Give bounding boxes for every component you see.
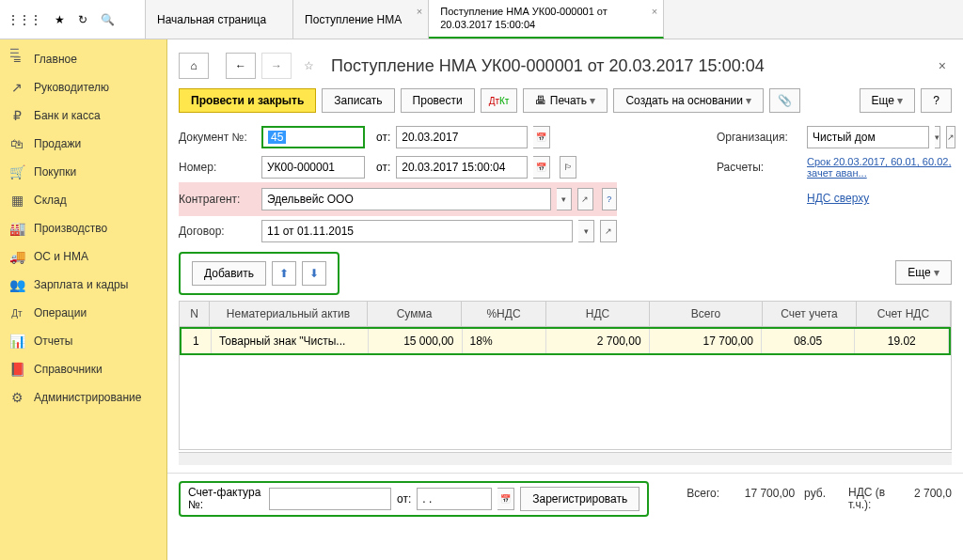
open-icon[interactable]: ↗ <box>600 220 617 242</box>
cell-sum: 15 000,00 <box>369 329 463 353</box>
sidebar-item-purchases[interactable]: 🛒Покупки <box>0 158 166 186</box>
dropdown-icon[interactable]: ▾ <box>557 188 572 210</box>
number-input[interactable] <box>261 156 365 179</box>
sidebar-item-os-nma[interactable]: 🚚ОС и НМА <box>0 242 166 271</box>
close-icon[interactable]: × <box>933 58 952 73</box>
forward-button[interactable]: → <box>261 53 292 79</box>
dropdown-icon[interactable]: ▾ <box>935 126 940 148</box>
sidebar-item-label: ОС и НМА <box>34 250 88 263</box>
cell-vat: 2 700,00 <box>546 329 649 353</box>
horizontal-scrollbar[interactable] <box>179 452 952 465</box>
sidebar-item-label: Руководителю <box>34 81 109 94</box>
sidebar-item-label: Продажи <box>34 137 81 150</box>
chart-icon: ↗ <box>9 80 24 95</box>
add-button[interactable]: Добавить <box>192 261 266 286</box>
label-organization: Организация: <box>717 131 801 144</box>
print-button[interactable]: 🖶 Печать <box>523 88 608 113</box>
gear-icon: ⚙ <box>9 390 24 405</box>
cell-account: 08.05 <box>762 329 856 353</box>
open-icon[interactable]: ↗ <box>946 126 955 148</box>
organization-input[interactable] <box>807 126 929 148</box>
ruble-icon: ₽ <box>9 108 24 123</box>
total-value: 17 700,00 <box>729 487 795 500</box>
contract-input[interactable] <box>261 220 573 242</box>
sidebar-item-bank[interactable]: ₽Банк и касса <box>0 101 166 130</box>
date-input[interactable] <box>396 126 528 148</box>
vat-mode-link[interactable]: НДС сверху <box>807 192 869 205</box>
calendar-icon[interactable]: 📅 <box>533 156 550 179</box>
tab-nma-doc[interactable]: Поступление НМА УК00-000001 от 20.03.201… <box>429 0 664 39</box>
truck-icon: 🚚 <box>9 249 24 264</box>
sidebar-item-manager[interactable]: ↗Руководителю <box>0 73 166 101</box>
label-currency: руб. <box>804 487 826 500</box>
apps-icon[interactable]: ⋮⋮⋮ <box>8 13 41 26</box>
main-content: ⌂ ← → ☆ Поступление НМА УК00-000001 от 2… <box>167 39 963 560</box>
sidebar: ☰ ≡Главное ↗Руководителю ₽Банк и касса 🛍… <box>0 39 167 560</box>
sidebar-item-salary[interactable]: 👥Зарплата и кадры <box>0 271 166 299</box>
sidebar-item-main[interactable]: ≡Главное <box>0 45 166 73</box>
invoice-date-input[interactable] <box>417 488 492 510</box>
sidebar-item-label: Банк и касса <box>34 109 101 122</box>
post-close-button[interactable]: Провести и закрыть <box>179 88 316 113</box>
flag-icon[interactable]: 🏳 <box>560 156 576 179</box>
home-button[interactable]: ⌂ <box>179 53 209 79</box>
label-counterparty: Контрагент: <box>179 193 256 206</box>
items-table: N Нематериальный актив Сумма %НДС НДС Вс… <box>179 301 952 450</box>
sidebar-item-label: Производство <box>34 222 107 235</box>
sidebar-item-sales[interactable]: 🛍Продажи <box>0 130 166 158</box>
dropdown-icon[interactable]: ▾ <box>578 220 595 242</box>
calendar-icon[interactable]: 📅 <box>497 488 514 510</box>
search-icon[interactable]: 🔍 <box>101 13 115 26</box>
label-from: от: <box>397 492 411 506</box>
people-icon: 👥 <box>9 277 24 292</box>
back-button[interactable]: ← <box>226 53 256 79</box>
cell-vat-account: 19.02 <box>855 329 949 353</box>
sidebar-item-admin[interactable]: ⚙Администрирование <box>0 383 166 412</box>
sidebar-item-label: Главное <box>34 53 77 66</box>
counterparty-input[interactable] <box>261 188 551 210</box>
sidebar-item-reports[interactable]: 📊Отчеты <box>0 327 166 355</box>
cell-total: 17 700,00 <box>650 329 762 353</box>
post-button[interactable]: Провести <box>401 88 475 113</box>
history-icon[interactable]: ↻ <box>78 13 87 26</box>
tab-home[interactable]: Начальная страница <box>146 0 293 39</box>
label-number: Номер: <box>179 161 256 174</box>
more-button[interactable]: Еще <box>860 88 916 113</box>
tab-nma-list[interactable]: Поступление НМА × <box>293 0 429 39</box>
help-button[interactable]: ? <box>921 88 952 113</box>
col-total: Всего <box>650 302 763 326</box>
table-header: N Нематериальный актив Сумма %НДС НДС Вс… <box>180 302 951 327</box>
doc-no-input[interactable]: 45 <box>261 126 365 148</box>
tab-label: Начальная страница <box>157 13 266 26</box>
register-button[interactable]: Зарегистрировать <box>520 487 639 511</box>
more-table-button[interactable]: Еще <box>895 260 952 285</box>
create-based-button[interactable]: Создать на основании <box>613 88 764 113</box>
label-from: от: <box>376 131 390 144</box>
help-icon[interactable]: ? <box>602 188 617 210</box>
datetime-input[interactable] <box>396 156 528 179</box>
favorite-icon[interactable]: ☆ <box>297 54 320 77</box>
col-asset: Нематериальный актив <box>210 302 368 326</box>
table-row[interactable]: 1 Товарный знак "Чисты... 15 000,00 18% … <box>180 327 951 355</box>
invoice-no-input[interactable] <box>269 488 391 510</box>
open-icon[interactable]: ↗ <box>577 188 592 210</box>
page-title: Поступление НМА УК00-000001 от 20.03.201… <box>331 56 765 76</box>
sidebar-item-production[interactable]: 🏭Производство <box>0 214 166 242</box>
tab-label: Поступление НМА <box>305 13 402 26</box>
close-icon[interactable]: × <box>417 6 422 17</box>
calendar-icon[interactable]: 📅 <box>533 126 550 148</box>
move-up-icon[interactable]: ⬆ <box>272 261 296 286</box>
star-icon[interactable]: ★ <box>55 13 65 26</box>
vat-value: 2 700,0 <box>895 487 952 511</box>
dtkt-button[interactable]: ДтКт <box>481 88 518 113</box>
write-button[interactable]: Записать <box>322 88 394 113</box>
close-icon[interactable]: × <box>652 6 657 17</box>
sidebar-item-warehouse[interactable]: ▦Склад <box>0 186 166 214</box>
attach-button[interactable]: 📎 <box>769 88 800 113</box>
settlements-link[interactable]: Срок 20.03.2017, 60.01, 60.02, зачет ава… <box>807 156 952 179</box>
sidebar-item-directories[interactable]: 📕Справочники <box>0 355 166 383</box>
label-invoice-no: Счет-фактура №: <box>188 487 263 511</box>
sidebar-item-operations[interactable]: ДтОперации <box>0 299 166 327</box>
menu-icon[interactable]: ☰ <box>9 47 20 60</box>
move-down-icon[interactable]: ⬇ <box>302 261 326 286</box>
